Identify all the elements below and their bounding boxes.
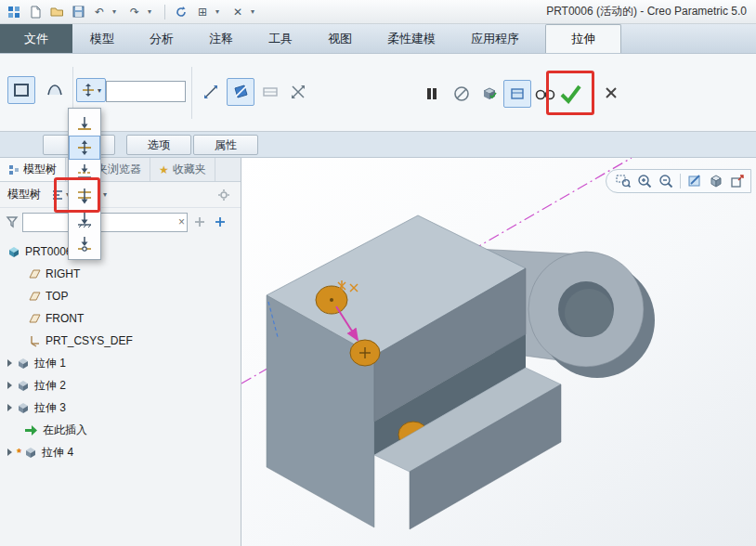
separator	[191, 67, 192, 119]
navigator-panel: 模型树 文件夹浏览器 ★ 收藏夹 模型树 ▾ ▾	[0, 158, 241, 546]
item-add-button[interactable]	[212, 214, 228, 229]
extrude-dashboard: ▾	[0, 54, 756, 132]
thicken-sketch-button[interactable]	[256, 78, 284, 106]
toggle-section-button[interactable]	[284, 78, 312, 106]
verify-feature-button[interactable]	[476, 80, 503, 108]
extrude-icon	[24, 446, 37, 459]
navigator-tabs: 模型树 文件夹浏览器 ★ 收藏夹	[0, 158, 241, 182]
tab-view[interactable]: 视图	[310, 24, 370, 53]
depth-option-through-all[interactable]	[69, 184, 100, 208]
surface-button[interactable]	[41, 76, 69, 104]
dashboard-panel-tabs: 放置 选项 属性	[0, 132, 756, 158]
depth-option-to-next[interactable]	[69, 160, 100, 184]
undo-button[interactable]: ↶	[91, 4, 108, 20]
zoom-in-icon[interactable]	[635, 172, 654, 190]
repaint-icon[interactable]	[685, 172, 704, 190]
extrude-icon	[17, 379, 30, 392]
tab-flexible-modeling[interactable]: 柔性建模	[370, 24, 453, 53]
expand-caret-icon[interactable]	[7, 382, 12, 389]
creo-window: ↶ ▾ ↷ ▾ ⊞ ▾ ✕ ▾ PRT0006 (活动的) - Creo Par…	[0, 0, 756, 546]
tree-search-row: ×	[0, 208, 241, 236]
graphics-viewport[interactable]	[241, 158, 756, 546]
datum-plane-icon	[28, 312, 41, 325]
filter-options-button[interactable]	[191, 214, 208, 229]
regenerate-marker: *	[17, 446, 21, 460]
tree-item-extrude-pending[interactable]: * 拉伸 4	[0, 441, 241, 463]
new-file-icon[interactable]	[27, 4, 44, 20]
separator	[164, 5, 165, 20]
chevron-down-icon: ▾	[98, 86, 101, 95]
redo-button[interactable]: ↷	[126, 4, 143, 20]
reverse-direction-button[interactable]	[197, 78, 225, 106]
expand-caret-icon[interactable]	[7, 404, 12, 411]
depth-option-to-selected[interactable]	[69, 232, 100, 256]
open-folder-icon[interactable]	[48, 4, 65, 20]
tree-item-datum[interactable]: RIGHT	[0, 263, 241, 285]
tab-model[interactable]: 模型	[72, 24, 132, 53]
funnel-icon[interactable]	[6, 215, 19, 228]
windows-button[interactable]: ⊞	[194, 4, 211, 20]
tab-extrude-active[interactable]: 拉伸	[545, 24, 621, 53]
saved-views-icon[interactable]	[728, 172, 747, 190]
confirm-button[interactable]	[554, 78, 587, 110]
datum-plane-icon	[28, 290, 41, 303]
tab-properties[interactable]: 属性	[193, 135, 258, 155]
depth-option-through-until[interactable]	[69, 208, 100, 232]
titlebar: ↶ ▾ ↷ ▾ ⊞ ▾ ✕ ▾ PRT0006 (活动的) - Creo Par…	[0, 0, 756, 24]
depth-value-input[interactable]	[106, 81, 186, 102]
graphics-toolbar	[606, 169, 751, 193]
tab-applications[interactable]: 应用程序	[453, 24, 537, 53]
tab-model-tree[interactable]: 模型树	[0, 158, 66, 181]
insert-here-arrow-icon	[24, 424, 38, 436]
model-tree-icon	[8, 164, 20, 176]
extrude-icon	[17, 401, 30, 414]
tree-settings-button[interactable]	[215, 187, 233, 203]
no-preview-button[interactable]	[448, 80, 476, 108]
remove-material-button[interactable]	[227, 78, 254, 106]
expand-caret-icon[interactable]	[7, 359, 12, 367]
window-title: PRT0006 (活动的) - Creo Parametric 5.0	[546, 4, 750, 20]
zoom-region-icon[interactable]	[614, 172, 632, 190]
save-icon[interactable]	[70, 4, 86, 20]
star-icon: ★	[159, 163, 169, 176]
tree-search-input[interactable]	[22, 213, 188, 232]
customize-toolbar-caret[interactable]: ▾	[251, 7, 260, 16]
tab-favorites[interactable]: ★ 收藏夹	[150, 158, 215, 181]
tree-item-extrude[interactable]: 拉伸 1	[0, 352, 241, 374]
display-style-icon[interactable]	[707, 172, 725, 190]
tab-analysis[interactable]: 分析	[132, 24, 191, 53]
tab-annotate[interactable]: 注释	[191, 24, 251, 53]
tree-item-extrude[interactable]: 拉伸 2	[0, 374, 241, 396]
pause-button[interactable]	[418, 80, 446, 108]
separator	[680, 174, 681, 188]
regenerate-button[interactable]	[173, 4, 189, 20]
depth-option-blind[interactable]	[69, 111, 100, 136]
tab-tools[interactable]: 工具	[251, 24, 310, 53]
main-area: 模型树 文件夹浏览器 ★ 收藏夹 模型树 ▾ ▾	[0, 158, 756, 546]
tree-item-datum[interactable]: TOP	[0, 285, 241, 307]
tab-options[interactable]: 选项	[126, 135, 191, 155]
sketch-circle-1-center	[330, 298, 333, 302]
windows-dropdown-caret[interactable]: ▾	[215, 7, 225, 16]
depth-options-button[interactable]: ▾	[76, 78, 106, 102]
depth-option-symmetric[interactable]	[69, 136, 100, 160]
model-tree-toolbar: 模型树 ▾ ▾	[0, 182, 241, 208]
tab-file[interactable]: 文件	[0, 24, 72, 53]
datum-plane-icon	[28, 267, 41, 280]
solid-button[interactable]	[7, 76, 35, 104]
tree-item-datum[interactable]: FRONT	[0, 307, 241, 330]
tree-item-extrude[interactable]: 拉伸 3	[0, 396, 241, 419]
tree-item-csys[interactable]: PRT_CSYS_DEF	[0, 330, 241, 352]
cancel-button[interactable]	[600, 82, 622, 104]
lug-hole-wall	[565, 289, 613, 337]
redo-dropdown-caret[interactable]: ▾	[148, 7, 157, 16]
tree-item-part[interactable]: PRT0006.PRT	[0, 240, 241, 263]
clear-search-icon[interactable]: ×	[178, 214, 185, 229]
attached-preview-button[interactable]	[503, 80, 531, 108]
zoom-out-icon[interactable]	[657, 172, 675, 190]
undo-dropdown-caret[interactable]: ▾	[112, 7, 122, 16]
chevron-down-icon: ▾	[103, 190, 112, 199]
expand-caret-icon[interactable]	[7, 448, 12, 456]
tree-item-insert-here[interactable]: 在此插入	[0, 419, 241, 441]
close-window-icon[interactable]: ✕	[229, 4, 246, 20]
